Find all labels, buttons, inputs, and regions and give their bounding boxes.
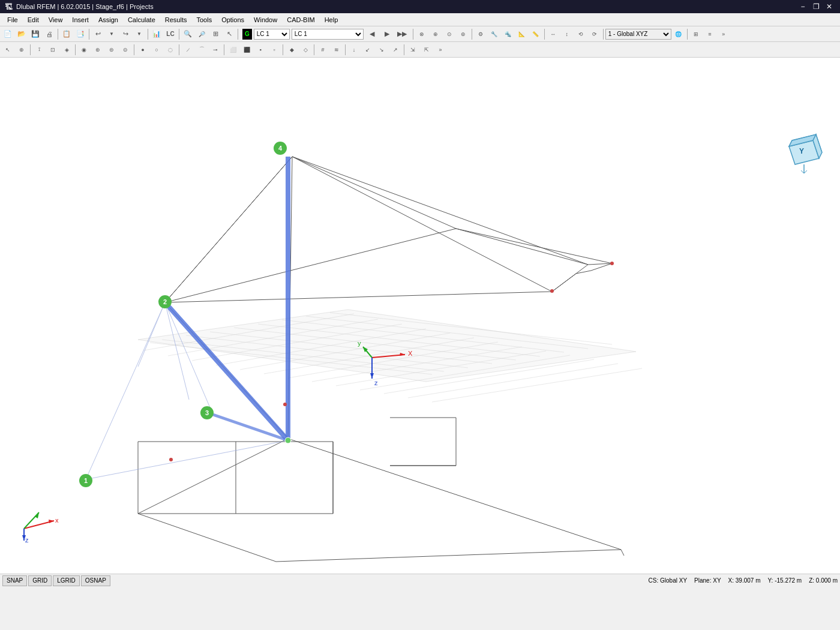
view-btn2[interactable]: ↕ — [560, 28, 574, 41]
render-btn2[interactable]: ⊕ — [429, 28, 442, 41]
view-btn4[interactable]: ⟳ — [588, 28, 601, 41]
svg-text:X: X — [408, 350, 413, 357]
snap-btn2[interactable]: ⊛ — [91, 43, 104, 56]
tool-btn5[interactable]: 📏 — [529, 28, 542, 41]
render-btn3[interactable]: ⊙ — [443, 28, 456, 41]
lc1-left-select[interactable]: LC 1 — [254, 29, 290, 40]
grid-button[interactable]: GRID — [28, 575, 52, 586]
lc-area: G LC 1 LC 1 ◀ ▶ ▶▶ — [240, 28, 411, 41]
sel-btn1[interactable]: ↖ — [1, 43, 14, 56]
clipboard-button[interactable]: 📋 — [60, 28, 73, 41]
surf-btn1[interactable]: ⬜ — [226, 43, 239, 56]
draw-btn2[interactable]: ⊡ — [46, 43, 59, 56]
snap-btn3[interactable]: ⊜ — [105, 43, 118, 56]
sel-btn2[interactable]: ⊕ — [15, 43, 28, 56]
lc-play-button[interactable]: ▶ — [380, 28, 394, 41]
node-btn3[interactable]: ◌ — [164, 43, 177, 56]
sep1 — [58, 29, 58, 40]
draw-btn1[interactable]: ⟟ — [32, 43, 46, 56]
zoom-in-button[interactable]: 🔍 — [181, 28, 194, 41]
load-btn1[interactable]: ↓ — [347, 43, 361, 56]
mesh-btn1[interactable]: # — [316, 43, 329, 56]
zoom-all-button[interactable]: ⊞ — [209, 28, 222, 41]
svg-text:z: z — [374, 379, 378, 386]
tool-btn4[interactable]: 📐 — [515, 28, 529, 41]
undo-dropdown[interactable]: ▼ — [105, 28, 118, 41]
minimize-button[interactable]: − — [797, 2, 809, 11]
menu-insert[interactable]: Insert — [67, 13, 94, 26]
load-case-button[interactable]: LC — [164, 28, 177, 41]
save-button[interactable]: 💾 — [29, 28, 42, 41]
menu-file[interactable]: File — [2, 13, 23, 26]
view-btn1[interactable]: ↔ — [547, 28, 560, 41]
render-btn4[interactable]: ⊚ — [457, 28, 470, 41]
menu-calculate[interactable]: Calculate — [123, 13, 160, 26]
menu-view[interactable]: View — [44, 13, 68, 26]
menu-options[interactable]: Options — [217, 13, 249, 26]
cs-button[interactable]: 🌐 — [672, 28, 685, 41]
open-button[interactable]: 📂 — [15, 28, 28, 41]
tool-btn2[interactable]: 🔧 — [488, 28, 501, 41]
menu-results[interactable]: Results — [160, 13, 192, 26]
lc1-right-select[interactable]: LC 1 — [292, 29, 364, 40]
paste-button[interactable]: 📑 — [74, 28, 87, 41]
solid-btn1[interactable]: ◆ — [285, 43, 298, 56]
redo-button[interactable]: ↪ — [119, 28, 132, 41]
draw-btn3[interactable]: ◈ — [60, 43, 73, 56]
extra-btn2[interactable]: » — [434, 43, 447, 56]
node-btn2[interactable]: ○ — [150, 43, 163, 56]
line-btn3[interactable]: ⊸ — [209, 43, 222, 56]
select-button[interactable]: ↖ — [223, 28, 236, 41]
load-btn4[interactable]: ↗ — [389, 43, 402, 56]
axis-cube: Y — [780, 128, 828, 176]
sep5 — [238, 29, 238, 40]
lc-prev-button[interactable]: ◀ — [365, 28, 379, 41]
viewport[interactable]: X y z 1 2 3 4 — [0, 58, 840, 574]
view-btn3[interactable]: ⟲ — [574, 28, 587, 41]
restore-button[interactable]: ❐ — [810, 2, 822, 11]
load-btn3[interactable]: ↘ — [375, 43, 388, 56]
menu-assign[interactable]: Assign — [94, 13, 123, 26]
zoom-out-button[interactable]: 🔎 — [195, 28, 208, 41]
meas-btn2[interactable]: ⇱ — [420, 43, 433, 56]
lc-next-button[interactable]: ▶▶ — [395, 28, 409, 41]
tool-btn1[interactable]: ⚙ — [474, 28, 487, 41]
surf-btn2[interactable]: ⬛ — [240, 43, 253, 56]
surf-btn4[interactable]: ▫ — [268, 43, 281, 56]
mesh-btn2[interactable]: ≋ — [330, 43, 343, 56]
meas-btn1[interactable]: ⇲ — [406, 43, 419, 56]
menu-cadbim[interactable]: CAD-BIM — [282, 13, 319, 26]
statusbar-left: SNAP GRID LGRID OSNAP — [2, 575, 110, 586]
table-button[interactable]: 📊 — [150, 28, 163, 41]
line-btn1[interactable]: ⟋ — [181, 43, 194, 56]
menu-edit[interactable]: Edit — [23, 13, 44, 26]
close-button[interactable]: ✕ — [823, 2, 835, 11]
snap-button[interactable]: SNAP — [2, 575, 27, 586]
grid-btn2[interactable]: ≡ — [703, 28, 716, 41]
print-button[interactable]: 🖨 — [43, 28, 56, 41]
undo-button[interactable]: ↩ — [91, 28, 104, 41]
lgrid-button[interactable]: LGRID — [53, 575, 80, 586]
svg-point-36 — [283, 403, 287, 406]
cs-selector[interactable]: 1 - Global XYZ — [605, 29, 671, 40]
scene-canvas: X y z — [0, 58, 840, 574]
redo-dropdown[interactable]: ▼ — [133, 28, 146, 41]
node-btn1[interactable]: ● — [136, 43, 149, 56]
extra-btn[interactable]: » — [717, 28, 730, 41]
menu-window[interactable]: Window — [249, 13, 282, 26]
osnap-button[interactable]: OSNAP — [81, 575, 110, 586]
grid-btn1[interactable]: ⊞ — [689, 28, 703, 41]
menu-help[interactable]: Help — [320, 13, 343, 26]
tsep6 — [283, 44, 283, 55]
snap-btn4[interactable]: ⊝ — [119, 43, 132, 56]
solid-btn2[interactable]: ◇ — [299, 43, 312, 56]
surf-btn3[interactable]: ▪ — [254, 43, 267, 56]
new-button[interactable]: 📄 — [1, 28, 14, 41]
load-btn2[interactable]: ↙ — [361, 43, 374, 56]
tool-btn3[interactable]: 🔩 — [502, 28, 515, 41]
statusbar: SNAP GRID LGRID OSNAP CS: Global XY Plan… — [0, 574, 840, 587]
line-btn2[interactable]: ⌒ — [195, 43, 208, 56]
snap-btn1[interactable]: ◉ — [77, 43, 91, 56]
render-btn1[interactable]: ⊗ — [415, 28, 428, 41]
menu-tools[interactable]: Tools — [191, 13, 217, 26]
